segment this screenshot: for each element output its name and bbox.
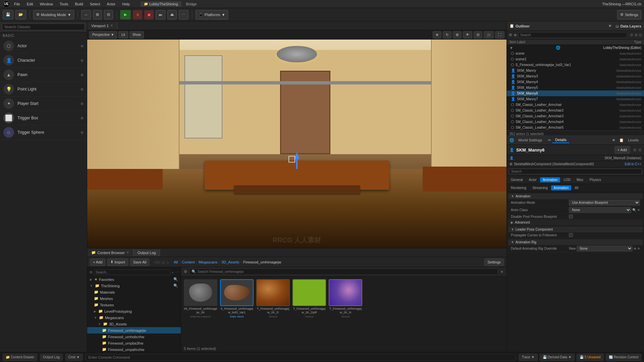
filter-icon-btn[interactable]: ⚙ [184,269,187,274]
place-trigger-sphere[interactable]: ○ Trigger Sphere ⊕ [0,125,87,140]
play-btn[interactable]: ▶ [120,10,131,19]
outliner-armchair2[interactable]: ⬡ SM_Classic_Leather_Armchair2 StaticMes… [507,108,644,113]
outliner-manny7[interactable]: 👤 SKM_Manny7 SkeletalMeshActor [507,96,644,102]
add-content-btn[interactable]: + Add [90,258,105,266]
asset-filter-chevron[interactable]: ▼ [500,270,504,274]
skip-btn[interactable]: ⏭ [156,10,165,19]
menu-window[interactable]: Window [37,1,56,7]
place-player-start[interactable]: ⚑ Player Start ⊕ [0,97,87,111]
edit-cpp-btn[interactable]: Edit in C++ [625,162,641,166]
pause-btn[interactable]: ⏸ [133,10,142,19]
tree-more-icon[interactable]: ⋯ [175,270,179,275]
vp-rotate-btn[interactable]: ↻ [443,31,451,39]
vp-camera-btn[interactable]: 🎥 [484,31,494,39]
filter-misc[interactable]: Misc [574,177,586,182]
filter-physics[interactable]: Physics [587,177,604,182]
details-grid-icon[interactable]: ⊞ [633,148,636,152]
filter-general[interactable]: General [508,177,526,182]
place-character[interactable]: 👤 Character ⊕ [0,53,87,68]
textures-item[interactable]: 📁 Textures [87,302,181,308]
details-add-btn[interactable]: + Add [614,146,630,154]
theshining-search-icon[interactable]: 🔍 [173,284,178,288]
viewport-canvas[interactable]: RRCG 人人素材 [87,40,506,248]
outliner-search-input[interactable] [519,32,627,38]
tree-add-icon[interactable]: + [172,270,174,275]
propagate-checkbox[interactable] [569,233,573,237]
subtab-streaming[interactable]: Streaming [530,185,550,190]
animation-section-header[interactable]: ▼ Animation [508,193,643,199]
outliner-manny6[interactable]: 👤 SKM_Manny6 SkeletalMeshActor [507,90,644,96]
leader-pose-header[interactable]: ▼ Leader Pose Component [508,227,643,232]
firewood-umpahrzhw-item[interactable]: 📁 Firewood_umpahrzhw [87,346,181,352]
vp-view-btn[interactable]: 👁 [463,31,472,39]
firewood-umhimagejw-item[interactable]: 📁 Firewood_umhimagejw [87,327,181,334]
lit-btn[interactable]: Lit [118,31,128,39]
filter-lod[interactable]: LOD [561,177,573,182]
project-tab[interactable]: 📁 LobbyTheShining [141,1,181,7]
asset-t-firewood-dpr[interactable]: T_Firewood_umhimagejw_2K_DpR Texture [292,279,326,318]
outliner-manny[interactable]: 👤 SKM_Manny SkeletalMeshActor [507,68,644,73]
outliner-manny3[interactable]: 👤 SKM_Manny3 SkeletalMeshActor [507,73,644,79]
snap-btn[interactable]: ⊞ [93,10,102,19]
dots-btn[interactable]: ⋯ [179,10,189,19]
viewport-1-tab[interactable]: Viewport 1 ✕ [87,22,117,29]
perspective-btn[interactable]: Perspective ▼ [89,31,117,39]
place-point-light[interactable]: 💡 Point Light ⊕ [0,82,87,97]
disable-post-checkbox[interactable] [569,215,573,219]
content-drawer-btn[interactable]: 📁 Content Drawer [3,354,37,361]
advanced-section-header[interactable]: ▶ Advanced [508,220,643,225]
firewood-umpba3hw-item[interactable]: 📁 Firewood_umpba3hw [87,340,181,346]
menu-build[interactable]: Build [72,1,86,7]
details-search-input[interactable] [509,169,642,174]
outliner-root[interactable]: ▼ 🌐 LobbyTheShining (Editor) [507,45,644,51]
layout-btn[interactable]: ⊟ [104,10,113,19]
3dassets-item[interactable]: ▼ 📁 3D_Assets [87,321,181,327]
anim-class-browse-icon[interactable]: 🔍 [632,208,636,212]
trace-btn[interactable]: Trace ▼ [519,354,537,361]
menu-file[interactable]: File [11,1,23,7]
outliner-manny4[interactable]: 👤 SKM_Manny4 SkeletalMeshActor [507,79,644,85]
bc-all[interactable]: All [174,260,178,264]
menu-tools[interactable]: Tools [57,1,71,7]
levelprototyping-item[interactable]: ▶ 📁 LevelPrototyping [87,308,181,314]
stop-btn[interactable]: ⏹ [144,10,154,19]
asset-mi-firewood[interactable]: MI_Firewood_umhimagejw_2K Material Insta… [184,279,217,318]
output-log-status-btn[interactable]: Output Log [40,354,62,361]
nav-back-icon[interactable]: ◁ [154,260,157,264]
bc-content[interactable]: Content [182,260,195,264]
import-btn[interactable]: ⬇ Import [107,258,128,266]
outliner-eye-icon[interactable]: 👁 [514,33,517,37]
world-settings-tab[interactable]: World Settings [516,137,545,143]
outliner-armchair3[interactable]: ⬡ SM_Classic_Leather_Armchair3 StaticMes… [507,113,644,119]
show-btn[interactable]: Show [129,31,144,39]
nav-forward-icon[interactable]: ▷ [158,260,161,264]
outliner-close-btn[interactable]: ✕ [608,24,611,28]
menu-select[interactable]: Select [87,1,103,7]
open-btn[interactable]: 📂 [15,10,26,19]
nav-home-icon[interactable]: ⌂ [166,260,168,264]
materials-item[interactable]: 📁 Materials [87,289,181,295]
outliner-settings-icon[interactable]: ⚙ [630,33,633,37]
eject-btn[interactable]: ⏏ [167,10,177,19]
outliner-scene2[interactable]: ⬡ scene2 StaticMeshActor [507,56,644,62]
save-all-btn[interactable]: Save All [130,258,150,266]
place-trigger-box[interactable]: ⬜ Trigger Box ⊕ [0,111,87,125]
revision-btn[interactable]: 🔄 Revision Control [606,354,641,361]
subtab-rendering[interactable]: Rendering [508,185,529,190]
outliner-armchair1[interactable]: ⬡ SM_Classic_Leather_Armchair StaticMesh… [507,102,644,108]
outliner-armchair4[interactable]: ⬡ SM_Classic_Leather_Armchair4 StaticMes… [507,119,644,125]
default-anim-icon1[interactable]: ⊕ [634,247,636,250]
cmd-btn[interactable]: Cmd ▼ [65,354,83,361]
outliner-firewood[interactable]: ⬡ S_Firewood_umhimagejw_lod3_Var1 Static… [507,62,644,68]
outliner-filter-icon[interactable]: ⚙ [509,33,512,37]
mode-btn[interactable]: ⚙ Modeling Mode ▼ [33,10,74,19]
details-tab[interactable]: Details [552,137,569,143]
output-log-tab[interactable]: Output Log [133,249,160,256]
vp-scale-btn[interactable]: ⊞ [453,31,462,39]
unsaved-btn[interactable]: 💾 5 Unsaved [577,354,604,361]
content-browser-close[interactable]: ✕ [126,250,129,255]
bc-firewood[interactable]: Firewood_umhimagejw [243,260,281,264]
outliner-collapse-icon[interactable]: ⊟ [639,33,642,37]
outliner-armchair5[interactable]: ⬡ SM_Classic_Leather_Armchair5 StaticMes… [507,125,644,130]
bc-megascans[interactable]: Megascans [199,260,217,264]
